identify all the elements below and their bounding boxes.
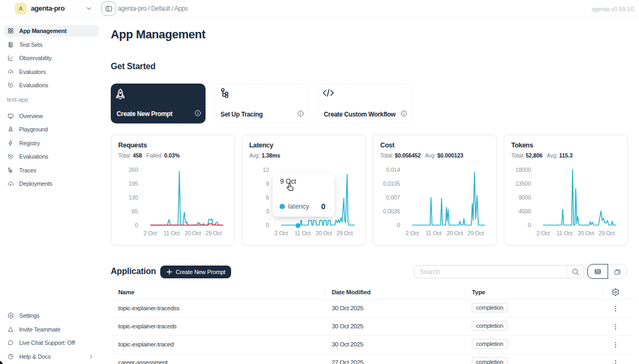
svg-text:11 Oct: 11 Oct xyxy=(556,230,572,236)
svg-text:9000: 9000 xyxy=(519,194,531,201)
svg-text:65: 65 xyxy=(132,208,138,214)
svg-text:11 Oct: 11 Oct xyxy=(294,230,310,236)
svg-text:0: 0 xyxy=(135,222,138,228)
svg-text:20 Oct: 20 Oct xyxy=(316,230,332,236)
svg-text:195: 195 xyxy=(129,180,138,187)
svg-text:20 Oct: 20 Oct xyxy=(447,230,463,236)
svg-text:3: 3 xyxy=(266,208,269,214)
svg-text:12: 12 xyxy=(263,167,269,173)
svg-text:260: 260 xyxy=(129,167,138,173)
svg-text:6: 6 xyxy=(266,194,269,201)
svg-text:13500: 13500 xyxy=(515,180,531,187)
svg-text:2 Oct: 2 Oct xyxy=(144,230,157,236)
svg-text:0: 0 xyxy=(266,222,269,228)
svg-text:29 Oct: 29 Oct xyxy=(468,230,484,236)
svg-text:20 Oct: 20 Oct xyxy=(578,230,594,236)
svg-text:0.014: 0.014 xyxy=(386,167,400,173)
svg-text:4500: 4500 xyxy=(519,208,531,214)
svg-text:11 Oct: 11 Oct xyxy=(425,230,441,236)
svg-text:29 Oct: 29 Oct xyxy=(206,230,222,236)
svg-text:11 Oct: 11 Oct xyxy=(163,230,179,236)
svg-text:2 Oct: 2 Oct xyxy=(275,230,288,236)
svg-text:18000: 18000 xyxy=(515,167,531,173)
svg-text:2 Oct: 2 Oct xyxy=(537,230,550,236)
svg-text:130: 130 xyxy=(129,194,138,201)
svg-text:2 Oct: 2 Oct xyxy=(406,230,419,236)
svg-text:9: 9 xyxy=(266,180,269,187)
svg-text:0.0105: 0.0105 xyxy=(383,180,400,187)
svg-text:0: 0 xyxy=(528,222,531,228)
svg-text:0.007: 0.007 xyxy=(386,194,400,201)
svg-text:20 Oct: 20 Oct xyxy=(185,230,201,236)
svg-text:29 Oct: 29 Oct xyxy=(337,230,353,236)
svg-text:0: 0 xyxy=(397,222,400,228)
svg-text:0.0035: 0.0035 xyxy=(383,208,400,214)
svg-text:29 Oct: 29 Oct xyxy=(599,230,615,236)
